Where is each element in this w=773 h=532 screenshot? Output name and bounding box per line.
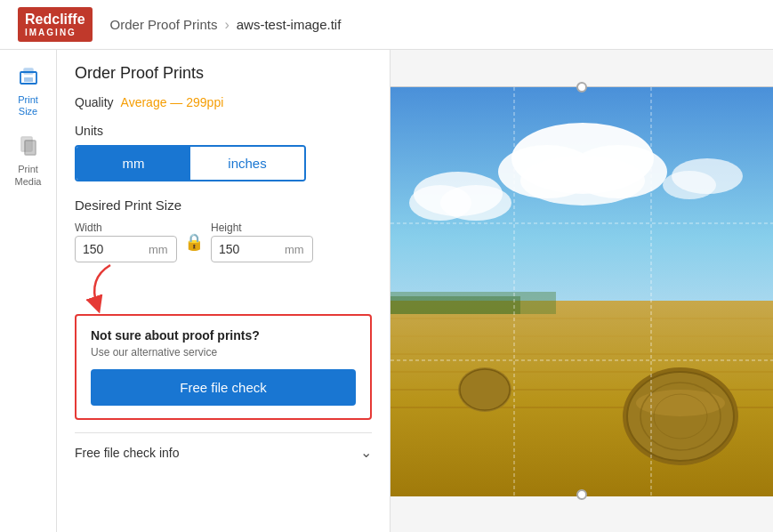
- arrow-area: [75, 278, 372, 314]
- breadcrumb: Order Proof Prints › aws-test-image.tif: [110, 17, 342, 33]
- units-toggle: mm inches: [75, 145, 306, 181]
- width-label: Width: [75, 222, 177, 234]
- sidebar-item-print-size[interactable]: Print Size: [4, 59, 53, 125]
- image-area: [391, 50, 773, 532]
- handle-top-middle[interactable]: [576, 82, 587, 93]
- height-group: Height mm: [211, 222, 313, 262]
- logo-bottom: IMAGING: [25, 28, 85, 38]
- height-unit: mm: [285, 243, 304, 256]
- logo-box: Redcliffe IMAGING: [18, 7, 93, 42]
- print-size-label: Desired Print Size: [75, 197, 372, 213]
- farm-image: [391, 87, 773, 496]
- free-file-check-button[interactable]: Free file check: [91, 369, 356, 406]
- width-input[interactable]: [83, 242, 145, 256]
- quality-label: Quality: [75, 95, 114, 109]
- breadcrumb-current: aws-test-image.tif: [237, 17, 342, 32]
- header: Redcliffe IMAGING Order Proof Prints › a…: [0, 0, 773, 50]
- proof-box-title: Not sure about proof prints?: [91, 328, 356, 343]
- logo-top: Redcliffe: [25, 11, 85, 28]
- height-label: Height: [211, 222, 313, 234]
- quality-value: Average — 299ppi: [121, 95, 224, 109]
- width-unit: mm: [149, 243, 168, 256]
- red-arrow-svg: [84, 261, 137, 314]
- unit-mm-button[interactable]: mm: [76, 147, 190, 180]
- sidebar-print-media-label: Print Media: [9, 164, 48, 187]
- breadcrumb-parent[interactable]: Order Proof Prints: [110, 17, 218, 32]
- handle-bottom-middle[interactable]: [576, 489, 587, 500]
- proof-box: Not sure about proof prints? Use our alt…: [75, 314, 372, 420]
- height-input[interactable]: [219, 242, 281, 256]
- file-check-info-label: Free file check info: [75, 446, 180, 460]
- sidebar-print-size-label: Print Size: [9, 94, 48, 117]
- svg-rect-2: [24, 77, 33, 82]
- breadcrumb-separator: ›: [224, 17, 229, 33]
- image-wrap: [391, 86, 773, 496]
- sidebar: Print Size Print Media: [0, 50, 57, 532]
- quality-row: Quality Average — 299ppi: [75, 95, 372, 109]
- svg-point-14: [663, 171, 716, 199]
- width-group: Width mm: [75, 222, 177, 262]
- height-input-wrap: mm: [211, 236, 313, 262]
- main-layout: Print Size Print Media Order Proof Print…: [0, 50, 773, 532]
- svg-rect-31: [391, 296, 520, 314]
- svg-point-9: [520, 156, 645, 206]
- svg-point-28: [458, 367, 511, 412]
- width-input-wrap: mm: [75, 236, 177, 262]
- svg-rect-4: [25, 141, 36, 155]
- proof-box-subtitle: Use our alternative service: [91, 346, 356, 359]
- svg-rect-1: [24, 69, 33, 74]
- print-media-icon: [18, 135, 39, 162]
- panel-title: Order Proof Prints: [75, 64, 372, 83]
- dimensions-row: Width mm 🔒 Height mm: [75, 222, 372, 262]
- print-size-icon: [18, 66, 39, 93]
- panel: Order Proof Prints Quality Average — 299…: [57, 50, 391, 532]
- chevron-down-icon: ⌄: [360, 444, 372, 461]
- units-label: Units: [75, 124, 372, 138]
- lock-icon[interactable]: 🔒: [184, 232, 204, 252]
- sidebar-item-print-media[interactable]: Print Media: [4, 128, 53, 194]
- logo: Redcliffe IMAGING: [18, 7, 93, 42]
- svg-point-12: [440, 185, 511, 221]
- file-check-info-row[interactable]: Free file check info ⌄: [75, 432, 372, 472]
- unit-inches-button[interactable]: inches: [190, 147, 304, 180]
